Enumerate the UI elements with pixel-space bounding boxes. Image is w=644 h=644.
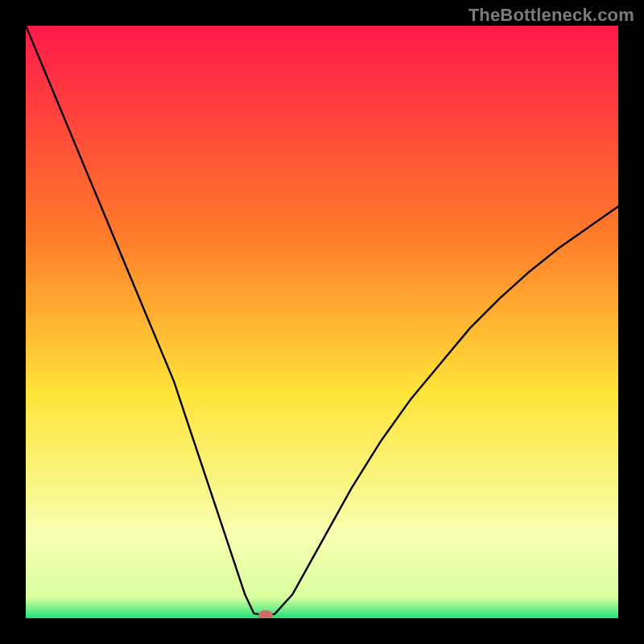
chart-frame: TheBottleneck.com (0, 0, 644, 644)
watermark-text: TheBottleneck.com (469, 5, 634, 26)
gradient-bg (26, 26, 618, 618)
chart-svg (26, 26, 618, 618)
optimum-marker (258, 610, 273, 618)
plot-area (26, 26, 618, 618)
